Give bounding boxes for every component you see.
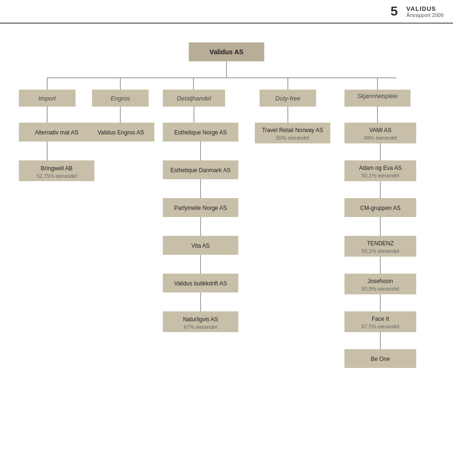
entity-vita: Vita AS bbox=[191, 242, 210, 249]
org-chart: Validus AS Import Engros Detaljhandel Du… bbox=[9, 33, 444, 420]
entity-face-it-sub: 67,5% eierandel bbox=[361, 324, 399, 329]
entity-naturligvis-sub: 67% eierandel bbox=[184, 324, 217, 330]
main-content: Validus AS Import Engros Detaljhandel Du… bbox=[0, 24, 453, 429]
category-dutyfree: Duty-free bbox=[275, 95, 300, 102]
page-number: 5 bbox=[391, 4, 398, 19]
entity-alternativ-mat: Alternativ mat AS bbox=[35, 129, 78, 136]
entity-adam-eva-sub: 50,1% eierandel bbox=[361, 173, 399, 178]
entity-josefsson: Josefsson bbox=[368, 278, 393, 284]
brand-name: VALIDUS bbox=[406, 5, 436, 12]
header: 5 VALIDUS Årsrapport 2009 bbox=[0, 0, 453, 24]
brand-subtitle: Årsrapport 2009 bbox=[406, 12, 444, 18]
entity-be-one: Be One bbox=[371, 356, 390, 362]
entity-parfymelle: Parfymelle Norge AS bbox=[174, 205, 226, 211]
entity-face-it: Face It bbox=[372, 316, 389, 322]
entity-bringwell-sub: 52,75% eierandel bbox=[36, 173, 77, 179]
entity-esthetique-danmark: Esthetique Danmark AS bbox=[170, 167, 230, 174]
entity-adam-eva: Adam og Eva AS bbox=[359, 165, 402, 171]
root-label: Validus AS bbox=[210, 48, 243, 56]
entity-naturligvis: Naturligvis AS bbox=[183, 316, 218, 323]
category-import: Import bbox=[39, 95, 57, 102]
category-skjonnhetspleie: Skjønnhetspleie bbox=[357, 93, 398, 100]
brand-block: VALIDUS Årsrapport 2009 bbox=[406, 5, 444, 18]
category-detaljhandel: Detaljhandel bbox=[177, 95, 211, 102]
entity-validus-engros: Validus Engros AS bbox=[98, 129, 144, 136]
entity-vami-sub: 48% eierandel bbox=[364, 135, 397, 141]
entity-validus-butikkdrift: Validus butikkdrift AS bbox=[174, 280, 227, 287]
entity-tendenz-sub: 50,1% eierandel bbox=[361, 248, 399, 254]
entity-travel-retail: Travel Retail Norway AS bbox=[262, 127, 323, 134]
entity-josefsson-sub: 50,9% eierandel bbox=[361, 286, 399, 292]
entity-esthetique-norge: Esthetique Norge AS bbox=[174, 129, 226, 136]
entity-travel-retail-sub: 50% eierandel bbox=[276, 135, 309, 141]
entity-tendenz: TENDENZ bbox=[367, 240, 394, 247]
entity-bringwell: Bringwell AB bbox=[41, 165, 72, 172]
category-engros: Engros bbox=[110, 95, 130, 102]
entity-vami: VAMI AS bbox=[369, 127, 391, 134]
entity-cm-gruppen: CM-gruppen AS bbox=[360, 205, 400, 211]
